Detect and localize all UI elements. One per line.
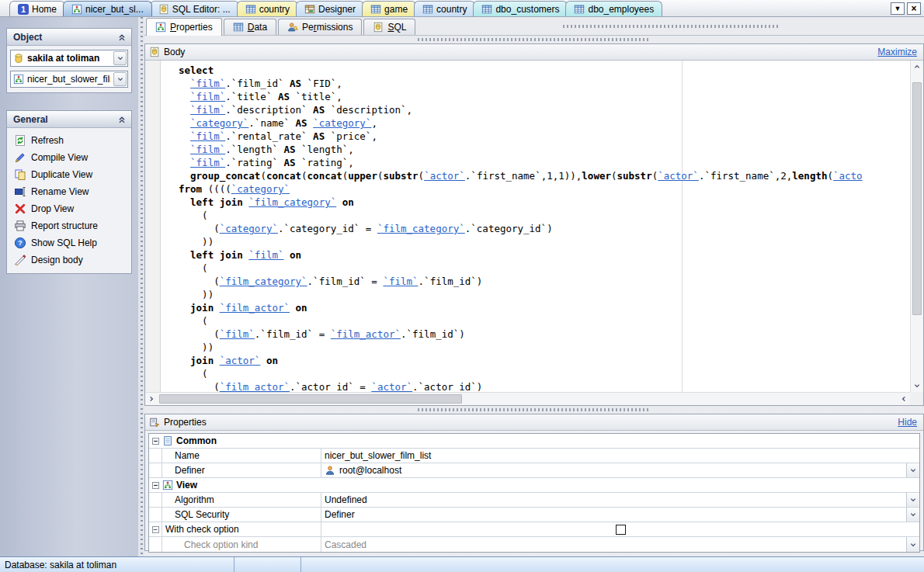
hide-link[interactable]: Hide — [898, 417, 917, 428]
sidebar-item-drop-view[interactable]: Drop View — [10, 200, 128, 217]
table-link[interactable]: `actor` — [658, 170, 699, 182]
tab-properties[interactable]: Properties — [146, 18, 222, 36]
property-value[interactable]: Cascaded — [321, 537, 919, 552]
tab-data[interactable]: Data — [224, 19, 276, 35]
close-tab-button[interactable]: × — [907, 2, 921, 15]
table-link[interactable]: `film` — [248, 249, 283, 261]
sql-editor[interactable]: select `film`.`film_id` AS `FID`, `film`… — [145, 61, 923, 405]
property-row-algorithm[interactable]: Algorithm Undefined — [149, 493, 919, 508]
table-link[interactable]: `film_category` — [220, 276, 307, 287]
main-area: Properties Data Permissions SQL Body Max… — [144, 17, 924, 556]
table-link[interactable]: `category` — [190, 117, 248, 129]
property-row-check-option-kind[interactable]: Check option kind Cascaded — [149, 537, 919, 552]
property-row-sql-security[interactable]: SQL Security Definer — [149, 508, 919, 522]
property-value[interactable]: Undefined — [321, 493, 919, 507]
table-link[interactable]: `film` — [383, 276, 418, 287]
object-panel-header[interactable]: Object — [7, 29, 131, 46]
sql-page-icon — [158, 4, 169, 15]
dropdown-button[interactable] — [906, 537, 919, 552]
table-link[interactable]: `category` — [220, 223, 278, 234]
combo-dropdown-button[interactable] — [113, 72, 127, 86]
table-link[interactable]: `film_actor` — [331, 328, 401, 340]
table-link[interactable]: `film` — [190, 104, 225, 116]
sidebar-item-refresh[interactable]: Refresh — [10, 132, 128, 149]
table-link[interactable]: `film` — [190, 144, 225, 155]
tab-home[interactable]: 1 Home — [9, 1, 65, 16]
table-link[interactable]: `actor` — [371, 381, 412, 392]
tab-dbo-employees[interactable]: dbo_employees — [565, 1, 662, 16]
property-value[interactable]: root@localhost — [321, 463, 919, 477]
tab-dbo-customers[interactable]: dbo_customers — [473, 1, 568, 16]
sidebar-item-compile-view[interactable]: Compile View — [10, 149, 128, 166]
tab-country-2[interactable]: country — [414, 1, 475, 16]
scroll-right-button[interactable] — [898, 393, 910, 405]
sql-code[interactable]: select `film`.`film_id` AS `FID`, `film`… — [162, 61, 910, 392]
sidebar-splitter[interactable] — [138, 17, 144, 556]
collapse-box-icon[interactable]: − — [152, 526, 159, 533]
table-link[interactable]: `actor` — [424, 170, 465, 182]
database-combo[interactable]: sakila at toliman — [10, 50, 128, 67]
table-link[interactable]: `film` — [220, 328, 255, 340]
table-link[interactable]: `category` — [313, 117, 371, 129]
property-value — [321, 522, 919, 536]
sidebar-item-report-structure[interactable]: Report structure — [10, 217, 128, 234]
property-value[interactable]: Definer — [321, 508, 919, 522]
table-link[interactable]: `film_category` — [248, 196, 336, 208]
with-check-option-checkbox[interactable] — [616, 525, 626, 535]
table-link[interactable]: `film` — [190, 130, 225, 142]
table-link[interactable]: `film` — [190, 78, 225, 89]
tab-sql-editor[interactable]: SQL Editor: ... — [150, 1, 239, 16]
collapse-chevrons-icon[interactable] — [116, 32, 127, 43]
table-link[interactable]: `actor` — [220, 355, 261, 366]
horizontal-scrollbar[interactable] — [145, 392, 910, 405]
tab-list-dropdown-button[interactable]: ▼ — [891, 2, 905, 15]
sidebar-item-show-sql-help[interactable]: Show SQL Help — [10, 234, 128, 251]
scrollbar-thumb[interactable] — [912, 82, 922, 315]
tab-game[interactable]: game — [362, 1, 416, 16]
property-value[interactable]: nicer_but_slower_film_list — [321, 449, 919, 463]
properties-icon — [149, 417, 160, 428]
sidebar-item-rename-view[interactable]: Rename View — [10, 183, 128, 200]
scrollbar-thumb[interactable] — [159, 394, 462, 404]
property-row-with-check-option[interactable]: − With check option — [149, 522, 919, 537]
tab-designer[interactable]: Designer — [296, 1, 364, 16]
tab-nicer-but-slower-film[interactable]: nicer_but_sl... — [63, 1, 152, 16]
tab-permissions[interactable]: Permissions — [278, 19, 362, 35]
scroll-left-button[interactable] — [145, 393, 158, 405]
scroll-up-button[interactable] — [911, 61, 923, 73]
table-link[interactable]: `film` — [190, 157, 225, 168]
sidebar-item-duplicate-view[interactable]: Duplicate View — [10, 166, 128, 183]
sql-token: AS — [313, 130, 325, 142]
table-link[interactable]: `film_category` — [377, 223, 465, 234]
splitter-handle[interactable] — [144, 36, 924, 43]
dropdown-button[interactable] — [906, 508, 919, 522]
general-panel-header[interactable]: General — [7, 111, 131, 128]
group-row-common[interactable]: − Common — [149, 434, 919, 449]
table-link[interactable]: `film_actor` — [220, 381, 290, 392]
collapse-box-icon[interactable]: − — [152, 438, 159, 445]
view-combo[interactable]: nicer_but_slower_film — [10, 71, 128, 88]
splitter-handle[interactable] — [144, 406, 924, 414]
table-link[interactable]: `film` — [190, 91, 225, 102]
maximize-link[interactable]: Maximize — [877, 47, 917, 57]
person-key-icon — [287, 22, 298, 33]
tab-country-1[interactable]: country — [237, 1, 298, 16]
combo-dropdown-button[interactable] — [113, 51, 127, 65]
sidebar-item-design-body[interactable]: Design body — [10, 251, 128, 269]
scroll-down-button[interactable] — [911, 380, 923, 392]
collapse-box-icon[interactable]: − — [152, 482, 159, 489]
table-link[interactable]: `category` — [231, 183, 290, 195]
tab-sql[interactable]: SQL — [363, 19, 415, 35]
table-link[interactable]: `film_actor` — [220, 302, 290, 314]
dropdown-button[interactable] — [906, 493, 919, 507]
drag-handle[interactable] — [563, 25, 780, 28]
property-row-definer[interactable]: Definer root@localhost — [149, 463, 919, 478]
collapse-chevrons-icon[interactable] — [116, 114, 127, 125]
group-row-view[interactable]: − View — [149, 478, 919, 493]
table-link[interactable]: `acto — [833, 170, 863, 182]
code-line: `film`.`film_id` AS `FID`, — [179, 77, 910, 90]
vertical-scrollbar[interactable] — [910, 61, 923, 392]
dropdown-button[interactable] — [906, 463, 919, 477]
property-row-name[interactable]: Name nicer_but_slower_film_list — [149, 449, 919, 463]
tab-label: Data — [248, 22, 267, 33]
